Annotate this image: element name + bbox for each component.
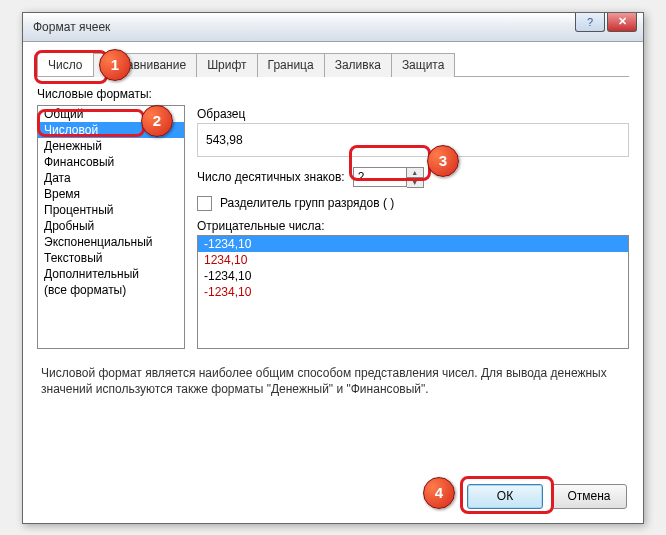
- spinner-up-icon[interactable]: ▲: [407, 168, 423, 178]
- help-button[interactable]: ?: [575, 13, 605, 32]
- tab-Число[interactable]: Число: [37, 52, 94, 76]
- negative-item[interactable]: -1234,10: [198, 284, 628, 300]
- sample-box: 543,98: [197, 123, 629, 157]
- negatives-label: Отрицательные числа:: [197, 219, 629, 233]
- spinner-down-icon[interactable]: ▼: [407, 178, 423, 187]
- spinner-arrows: ▲ ▼: [407, 167, 424, 188]
- negative-item[interactable]: 1234,10: [198, 252, 628, 268]
- ok-button[interactable]: ОК: [467, 484, 543, 509]
- sample-label: Образец: [197, 107, 629, 121]
- negative-item[interactable]: -1234,10: [198, 236, 628, 252]
- category-item[interactable]: Время: [38, 186, 184, 202]
- category-item[interactable]: (все форматы): [38, 282, 184, 298]
- category-item[interactable]: Процентный: [38, 202, 184, 218]
- category-list[interactable]: ОбщийЧисловойДенежныйФинансовыйДатаВремя…: [37, 105, 185, 349]
- dialog-footer: ОК Отмена: [467, 484, 627, 509]
- badge-1: 1: [99, 49, 131, 81]
- options-panel: Образец 543,98 Число десятичных знаков: …: [197, 105, 629, 349]
- sample-value: 543,98: [206, 133, 243, 147]
- tab-Заливка[interactable]: Заливка: [324, 53, 392, 77]
- dialog-content: ЧислоВыравниваниеШрифтГраницаЗаливкаЗащи…: [23, 42, 643, 425]
- formats-label: Числовые форматы:: [37, 87, 629, 101]
- tab-Шрифт[interactable]: Шрифт: [196, 53, 257, 77]
- decimal-input[interactable]: [353, 167, 407, 187]
- category-item[interactable]: Дробный: [38, 218, 184, 234]
- category-item[interactable]: Финансовый: [38, 154, 184, 170]
- badge-3: 3: [427, 145, 459, 177]
- category-item[interactable]: Дополнительный: [38, 266, 184, 282]
- cancel-button[interactable]: Отмена: [551, 484, 627, 509]
- separator-label: Разделитель групп разрядов ( ): [220, 196, 394, 210]
- format-cells-dialog: Формат ячеек ? ✕ ЧислоВыравниваниеШрифтГ…: [22, 12, 644, 524]
- negatives-list[interactable]: -1234,101234,10-1234,10-1234,10: [197, 235, 629, 349]
- main-row: ОбщийЧисловойДенежныйФинансовыйДатаВремя…: [37, 105, 629, 349]
- tab-Граница[interactable]: Граница: [257, 53, 325, 77]
- category-item[interactable]: Дата: [38, 170, 184, 186]
- category-item[interactable]: Текстовый: [38, 250, 184, 266]
- tab-Защита[interactable]: Защита: [391, 53, 456, 77]
- close-button[interactable]: ✕: [607, 13, 637, 32]
- description-text: Числовой формат является наиболее общим …: [41, 365, 625, 399]
- separator-checkbox[interactable]: [197, 196, 212, 211]
- decimal-line: Число десятичных знаков: ▲ ▼: [197, 167, 629, 188]
- separator-line: Разделитель групп разрядов ( ): [197, 196, 629, 211]
- window-buttons: ? ✕: [575, 13, 637, 32]
- decimal-label: Число десятичных знаков:: [197, 170, 345, 184]
- category-item[interactable]: Денежный: [38, 138, 184, 154]
- badge-4: 4: [423, 477, 455, 509]
- category-item[interactable]: Экспоненциальный: [38, 234, 184, 250]
- badge-2: 2: [141, 105, 173, 137]
- negative-item[interactable]: -1234,10: [198, 268, 628, 284]
- decimal-spinner[interactable]: ▲ ▼: [353, 167, 424, 188]
- title-bar: Формат ячеек ? ✕: [23, 13, 643, 42]
- window-title: Формат ячеек: [33, 20, 110, 34]
